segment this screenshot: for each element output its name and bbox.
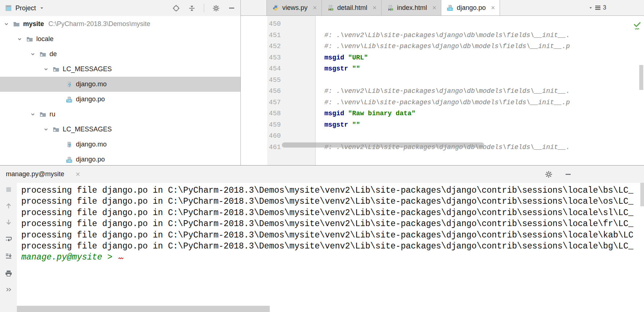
tree-item-label: django.mo [76, 80, 107, 88]
line-number: 450 [267, 18, 281, 30]
tree-item-LC_MESSAGES[interactable]: LC_MESSAGES [0, 122, 240, 137]
close-icon[interactable] [75, 171, 81, 177]
soft-wrap-icon[interactable] [5, 235, 12, 243]
tree-item-label: LC_MESSAGES [63, 65, 112, 73]
gutter-margin [241, 16, 267, 165]
tab-list-dropdown-icon[interactable] [589, 6, 593, 10]
code-token [348, 65, 352, 72]
line-number: 451 [267, 30, 281, 41]
chevron-spacer [56, 96, 62, 103]
hide-panel-icon[interactable] [228, 4, 235, 12]
tree-item-django.po[interactable]: i18ndjango.po [0, 152, 240, 165]
tree-item-django.po[interactable]: i18ndjango.po [0, 92, 240, 107]
chevron-down-icon[interactable] [16, 36, 23, 43]
line-number: 454 [267, 63, 281, 75]
code-token: msgid [324, 54, 344, 61]
chevron-down-icon[interactable] [43, 66, 49, 73]
code-line: #: .\venv\Lib\site-packages\django\db\mo… [324, 97, 644, 108]
code-line: msgstr "" [324, 119, 644, 131]
down-stack-trace-icon[interactable] [5, 219, 12, 226]
project-panel-title[interactable]: Project [15, 4, 36, 12]
chevron-down-icon[interactable] [29, 111, 36, 118]
project-tool-window: Project [0, 0, 241, 165]
double-chevron-icon[interactable] [5, 287, 12, 292]
tree-item-label: django.po [76, 95, 105, 103]
hide-panel-icon[interactable] [564, 171, 572, 178]
editor-horizontal-scrollbar-thumb[interactable] [282, 142, 484, 148]
inspections-ok-icon[interactable] [633, 20, 642, 32]
scroll-to-end-icon[interactable] [5, 253, 12, 260]
tab-label: django.po [457, 4, 486, 12]
tab-detail.html[interactable]: Hdetail.html [321, 0, 381, 15]
chevron-down-icon[interactable] [43, 126, 49, 133]
console-line: processing file django.po in C:\PyCharm-… [21, 241, 644, 252]
top-area: Project [0, 0, 644, 165]
up-stack-trace-icon[interactable] [5, 202, 12, 209]
folder-sub-icon [26, 36, 33, 43]
settings-gear-icon[interactable] [212, 4, 220, 12]
svg-text:i18n: i18n [67, 160, 71, 162]
line-number: 460 [267, 130, 281, 142]
tree-item-label: LC_MESSAGES [63, 126, 112, 133]
tree-item-de[interactable]: de [0, 47, 240, 62]
project-toolbar: Project [0, 0, 240, 16]
svg-text:i18n: i18n [448, 8, 452, 10]
chevron-down-icon[interactable] [29, 51, 36, 58]
svg-text:?: ? [68, 83, 71, 88]
html-icon: H [387, 4, 394, 11]
locate-file-icon[interactable] [172, 4, 180, 12]
console-line: processing file django.po in C:\PyCharm-… [21, 207, 644, 218]
tab-bar-lead-space [241, 0, 266, 15]
file-i18n-icon: i18n [66, 96, 73, 103]
error-squiggle-icon [117, 253, 124, 262]
print-icon[interactable] [5, 270, 12, 277]
run-tab-label[interactable]: manage.py@mysite [6, 170, 64, 178]
tree-item-label: locale [36, 35, 54, 43]
tab-index.html[interactable]: Hindex.html [381, 0, 441, 15]
file-unknown-icon: ? [66, 141, 73, 148]
close-icon[interactable] [312, 5, 317, 10]
line-number: 459 [267, 119, 281, 131]
tree-item-LC_MESSAGES[interactable]: LC_MESSAGES [0, 62, 240, 77]
close-icon[interactable] [372, 5, 377, 10]
hidden-tabs-icon[interactable] [595, 5, 601, 10]
run-header: manage.py@mysite [0, 166, 644, 183]
folder-sub-icon [53, 66, 59, 73]
tree-item-django.mo[interactable]: ?django.mo [0, 77, 240, 92]
run-tool-window: manage.py@mysite [0, 165, 644, 312]
tab-views.py[interactable]: views.py [266, 0, 321, 15]
run-console[interactable]: processing file django.po in C:\PyCharm-… [17, 183, 644, 312]
settings-gear-icon[interactable] [545, 170, 553, 178]
code-token: msgid [324, 110, 344, 117]
run-toolbar [0, 183, 17, 312]
editor-body: 450451452453454455456457458459460461 #: … [241, 16, 644, 165]
close-icon[interactable] [490, 5, 496, 10]
tab-django.po[interactable]: i18ndjango.po [441, 0, 500, 15]
tree-item-path: C:\PyCharm-2018.3\Demos\mysite [48, 20, 150, 28]
folder-sub-icon [53, 126, 59, 133]
chevron-spacer [56, 141, 62, 148]
line-number: 458 [267, 108, 281, 119]
tab-label: detail.html [337, 4, 367, 12]
console-vertical-scrollbar-thumb[interactable] [640, 183, 644, 206]
editor-vertical-scrollbar-thumb[interactable] [639, 65, 643, 90]
chevron-down-icon[interactable] [3, 21, 10, 28]
collapse-all-icon[interactable] [188, 4, 196, 12]
svg-text:?: ? [68, 143, 71, 148]
stop-icon[interactable] [5, 186, 12, 193]
console-line: processing file django.po in C:\PyCharm-… [21, 218, 644, 229]
tree-item-label: de [49, 50, 57, 58]
tree-item-django.mo[interactable]: ?django.mo [0, 137, 240, 152]
tree-item-mysite[interactable]: mysiteC:\PyCharm-2018.3\Demos\mysite [0, 17, 240, 32]
chevron-down-icon[interactable] [40, 6, 44, 10]
tree-item-ru[interactable]: ru [0, 107, 240, 122]
close-icon[interactable] [432, 5, 437, 10]
tab-label: index.html [397, 4, 427, 12]
line-number: 452 [267, 41, 281, 52]
code-token: "URL" [348, 54, 368, 61]
console-horizontal-scrollbar-thumb[interactable] [17, 306, 270, 312]
toolbar-separator [204, 4, 204, 12]
code-token: "Raw binary data" [348, 110, 416, 117]
tree-item-locale[interactable]: locale [0, 32, 240, 47]
code-token: msgstr [324, 65, 348, 72]
